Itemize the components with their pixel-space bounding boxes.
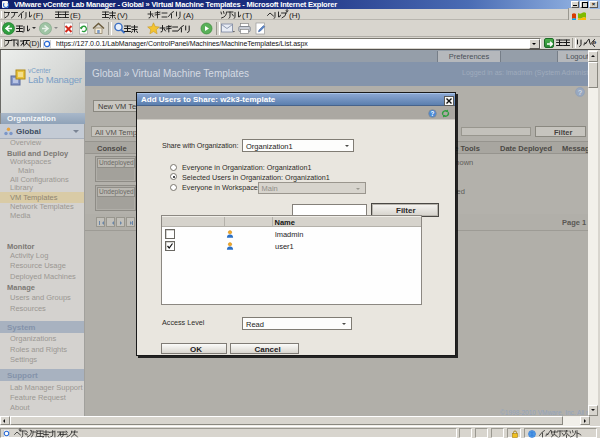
svg-text:?: ? <box>431 109 435 116</box>
svg-text:?: ? <box>578 89 582 96</box>
